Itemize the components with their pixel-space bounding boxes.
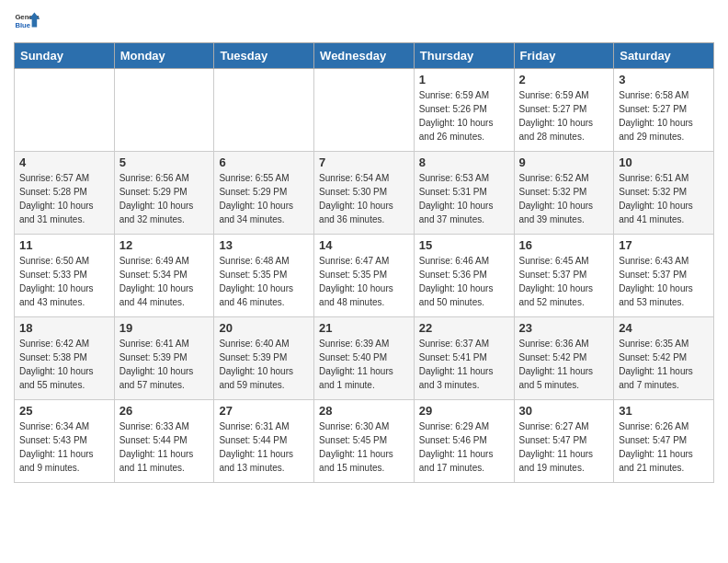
day-info: Sunrise: 6:40 AM Sunset: 5:39 PM Dayligh… <box>219 337 309 392</box>
day-number: 5 <box>119 155 210 169</box>
day-info: Sunrise: 6:49 AM Sunset: 5:34 PM Dayligh… <box>119 254 210 309</box>
day-number: 1 <box>419 73 509 86</box>
day-number: 24 <box>619 321 709 335</box>
day-info: Sunrise: 6:30 AM Sunset: 5:45 PM Dayligh… <box>319 419 409 475</box>
day-number: 10 <box>619 155 709 169</box>
weekday-header-row: SundayMondayTuesdayWednesdayThursdayFrid… <box>15 43 714 69</box>
day-info: Sunrise: 6:41 AM Sunset: 5:39 PM Dayligh… <box>119 337 210 392</box>
day-info: Sunrise: 6:46 AM Sunset: 5:36 PM Dayligh… <box>419 254 509 309</box>
calendar-cell <box>214 69 314 152</box>
calendar-cell: 9Sunrise: 6:52 AM Sunset: 5:32 PM Daylig… <box>514 152 614 235</box>
calendar-cell: 3Sunrise: 6:58 AM Sunset: 5:27 PM Daylig… <box>614 69 714 152</box>
calendar-cell: 11Sunrise: 6:50 AM Sunset: 5:33 PM Dayli… <box>15 235 115 317</box>
day-number: 16 <box>519 238 609 252</box>
day-number: 12 <box>119 238 210 252</box>
day-info: Sunrise: 6:59 AM Sunset: 5:26 PM Dayligh… <box>419 88 509 144</box>
calendar-cell: 20Sunrise: 6:40 AM Sunset: 5:39 PM Dayli… <box>214 317 314 400</box>
day-number: 23 <box>519 321 609 335</box>
calendar-cell: 7Sunrise: 6:54 AM Sunset: 5:30 PM Daylig… <box>314 152 415 235</box>
day-number: 7 <box>319 155 409 169</box>
calendar-table: SundayMondayTuesdayWednesdayThursdayFrid… <box>14 42 714 483</box>
calendar-cell: 18Sunrise: 6:42 AM Sunset: 5:38 PM Dayli… <box>15 317 115 400</box>
calendar-cell: 8Sunrise: 6:53 AM Sunset: 5:31 PM Daylig… <box>414 152 514 235</box>
day-number: 9 <box>519 155 609 169</box>
day-number: 14 <box>319 238 409 252</box>
calendar-cell: 10Sunrise: 6:51 AM Sunset: 5:32 PM Dayli… <box>614 152 714 235</box>
logo-icon: General Blue <box>14 9 40 35</box>
calendar-cell: 5Sunrise: 6:56 AM Sunset: 5:29 PM Daylig… <box>114 152 214 235</box>
calendar-cell <box>114 69 214 152</box>
day-info: Sunrise: 6:48 AM Sunset: 5:35 PM Dayligh… <box>219 254 309 309</box>
calendar-cell: 17Sunrise: 6:43 AM Sunset: 5:37 PM Dayli… <box>614 235 714 317</box>
day-info: Sunrise: 6:29 AM Sunset: 5:46 PM Dayligh… <box>419 419 509 475</box>
calendar-week-4: 18Sunrise: 6:42 AM Sunset: 5:38 PM Dayli… <box>15 317 714 400</box>
day-number: 20 <box>219 321 309 335</box>
calendar-cell: 14Sunrise: 6:47 AM Sunset: 5:35 PM Dayli… <box>314 235 415 317</box>
calendar-cell: 16Sunrise: 6:45 AM Sunset: 5:37 PM Dayli… <box>514 235 614 317</box>
calendar-cell: 13Sunrise: 6:48 AM Sunset: 5:35 PM Dayli… <box>214 235 314 317</box>
day-info: Sunrise: 6:39 AM Sunset: 5:40 PM Dayligh… <box>319 337 409 392</box>
day-info: Sunrise: 6:56 AM Sunset: 5:29 PM Dayligh… <box>119 171 210 226</box>
day-info: Sunrise: 6:59 AM Sunset: 5:27 PM Dayligh… <box>519 88 609 144</box>
day-info: Sunrise: 6:36 AM Sunset: 5:42 PM Dayligh… <box>519 337 609 392</box>
day-info: Sunrise: 6:57 AM Sunset: 5:28 PM Dayligh… <box>19 171 109 226</box>
calendar-cell: 15Sunrise: 6:46 AM Sunset: 5:36 PM Dayli… <box>414 235 514 317</box>
calendar-cell: 24Sunrise: 6:35 AM Sunset: 5:42 PM Dayli… <box>614 317 714 400</box>
day-number: 4 <box>19 155 109 169</box>
day-number: 18 <box>19 321 109 335</box>
day-info: Sunrise: 6:45 AM Sunset: 5:37 PM Dayligh… <box>519 254 609 309</box>
day-info: Sunrise: 6:35 AM Sunset: 5:42 PM Dayligh… <box>619 337 709 392</box>
calendar-cell: 28Sunrise: 6:30 AM Sunset: 5:45 PM Dayli… <box>314 400 415 483</box>
day-number: 27 <box>219 404 309 418</box>
day-info: Sunrise: 6:43 AM Sunset: 5:37 PM Dayligh… <box>619 254 709 309</box>
calendar-cell: 29Sunrise: 6:29 AM Sunset: 5:46 PM Dayli… <box>414 400 514 483</box>
calendar-cell: 2Sunrise: 6:59 AM Sunset: 5:27 PM Daylig… <box>514 69 614 152</box>
day-info: Sunrise: 6:27 AM Sunset: 5:47 PM Dayligh… <box>519 419 609 475</box>
calendar-cell: 19Sunrise: 6:41 AM Sunset: 5:39 PM Dayli… <box>114 317 214 400</box>
calendar-week-3: 11Sunrise: 6:50 AM Sunset: 5:33 PM Dayli… <box>15 235 714 317</box>
day-number: 13 <box>219 238 309 252</box>
day-number: 21 <box>319 321 409 335</box>
day-number: 31 <box>619 404 709 418</box>
calendar-week-5: 25Sunrise: 6:34 AM Sunset: 5:43 PM Dayli… <box>15 400 714 483</box>
calendar-cell: 30Sunrise: 6:27 AM Sunset: 5:47 PM Dayli… <box>514 400 614 483</box>
day-number: 29 <box>419 404 509 418</box>
weekday-header-monday: Monday <box>114 43 214 69</box>
day-info: Sunrise: 6:42 AM Sunset: 5:38 PM Dayligh… <box>19 337 109 392</box>
calendar-cell: 27Sunrise: 6:31 AM Sunset: 5:44 PM Dayli… <box>214 400 314 483</box>
day-number: 11 <box>19 238 109 252</box>
day-number: 22 <box>419 321 509 335</box>
calendar-cell: 4Sunrise: 6:57 AM Sunset: 5:28 PM Daylig… <box>15 152 115 235</box>
calendar-cell: 23Sunrise: 6:36 AM Sunset: 5:42 PM Dayli… <box>514 317 614 400</box>
day-info: Sunrise: 6:31 AM Sunset: 5:44 PM Dayligh… <box>219 419 309 475</box>
day-number: 15 <box>419 238 509 252</box>
day-info: Sunrise: 6:58 AM Sunset: 5:27 PM Dayligh… <box>619 88 709 144</box>
day-number: 25 <box>19 404 109 418</box>
calendar-cell: 25Sunrise: 6:34 AM Sunset: 5:43 PM Dayli… <box>15 400 115 483</box>
calendar-cell <box>15 69 115 152</box>
calendar-cell: 22Sunrise: 6:37 AM Sunset: 5:41 PM Dayli… <box>414 317 514 400</box>
logo: General Blue <box>14 9 40 35</box>
day-info: Sunrise: 6:50 AM Sunset: 5:33 PM Dayligh… <box>19 254 109 309</box>
calendar-cell: 6Sunrise: 6:55 AM Sunset: 5:29 PM Daylig… <box>214 152 314 235</box>
day-number: 3 <box>619 73 709 86</box>
calendar-cell: 31Sunrise: 6:26 AM Sunset: 5:47 PM Dayli… <box>614 400 714 483</box>
day-number: 2 <box>519 73 609 86</box>
day-number: 26 <box>119 404 210 418</box>
day-number: 28 <box>319 404 409 418</box>
day-info: Sunrise: 6:52 AM Sunset: 5:32 PM Dayligh… <box>519 171 609 226</box>
day-info: Sunrise: 6:53 AM Sunset: 5:31 PM Dayligh… <box>419 171 509 226</box>
day-number: 30 <box>519 404 609 418</box>
day-info: Sunrise: 6:26 AM Sunset: 5:47 PM Dayligh… <box>619 419 709 475</box>
page-header: General Blue <box>14 9 714 35</box>
day-info: Sunrise: 6:47 AM Sunset: 5:35 PM Dayligh… <box>319 254 409 309</box>
weekday-header-sunday: Sunday <box>15 43 115 69</box>
day-number: 19 <box>119 321 210 335</box>
day-info: Sunrise: 6:33 AM Sunset: 5:44 PM Dayligh… <box>119 419 210 475</box>
calendar-cell <box>314 69 415 152</box>
day-info: Sunrise: 6:37 AM Sunset: 5:41 PM Dayligh… <box>419 337 509 392</box>
calendar-week-2: 4Sunrise: 6:57 AM Sunset: 5:28 PM Daylig… <box>15 152 714 235</box>
weekday-header-wednesday: Wednesday <box>314 43 415 69</box>
weekday-header-saturday: Saturday <box>614 43 714 69</box>
calendar-cell: 21Sunrise: 6:39 AM Sunset: 5:40 PM Dayli… <box>314 317 415 400</box>
